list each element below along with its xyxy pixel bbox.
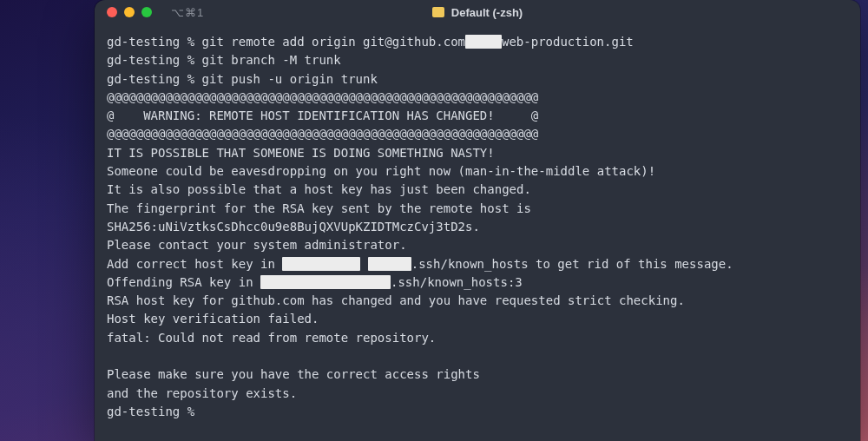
output-line: RSA host key for github.com has changed … [107,292,848,310]
desktop-background: ⌥⌘1 Default (-zsh) gd-testing % git remo… [0,0,868,441]
output-line: It is also possible that a host key has … [107,181,848,199]
tab-shortcut-indicator: ⌥⌘1 [171,6,204,19]
window-title: Default (-zsh) [95,0,860,24]
output-line: and the repository exists. [107,385,848,403]
text-segment: SHA256:uNiVztksCsDhcc0u9e8BujQXVUpKZIDTM… [107,220,480,234]
window-titlebar[interactable]: ⌥⌘1 Default (-zsh) [95,0,860,24]
blank-line [107,347,848,365]
command-line: gd-testing % git remote add origin git@g… [107,33,848,51]
text-segment: @@@@@@@@@@@@@@@@@@@@@@@@@@@@@@@@@@@@@@@@… [107,127,538,141]
output-line: Host key verification failed. [107,310,848,328]
command-line: gd-testing % git push -u origin trunk [107,70,848,89]
command-line: gd-testing % git branch -M trunk [107,51,848,69]
terminal-output[interactable]: gd-testing % git remote add origin git@g… [95,24,860,433]
output-line: @ WARNING: REMOTE HOST IDENTIFICATION HA… [107,107,848,125]
redacted-segment [282,257,360,271]
text-segment: Offending RSA key in [107,275,260,289]
text-segment: gd-testing % [107,405,202,418]
redacted-segment [260,275,391,289]
text-segment: Someone could be eavesdropping on you ri… [107,164,655,178]
output-line: Someone could be eavesdropping on you ri… [107,162,848,181]
text-segment: Please make sure you have the correct ac… [107,367,480,381]
output-line: Please make sure you have the correct ac… [107,365,848,384]
text-segment: fatal: Could not read from remote reposi… [107,331,436,345]
text-segment: .ssh/known_hosts:3 [391,275,523,289]
text-segment: It is also possible that a host key has … [107,182,531,196]
text-segment: gd-testing % git remote add origin git@g… [107,35,465,49]
terminal-window: ⌥⌘1 Default (-zsh) gd-testing % git remo… [95,0,860,441]
output-line: @@@@@@@@@@@@@@@@@@@@@@@@@@@@@@@@@@@@@@@@… [107,89,848,107]
text-segment: @ WARNING: REMOTE HOST IDENTIFICATION HA… [107,109,538,122]
folder-icon [432,7,444,17]
output-line: IT IS POSSIBLE THAT SOMEONE IS DOING SOM… [107,144,848,162]
text-segment [360,257,367,271]
text-segment: Host key verification failed. [107,312,319,326]
window-title-text: Default (-zsh) [451,6,523,19]
text-segment: and the repository exists. [107,386,297,400]
output-line: @@@@@@@@@@@@@@@@@@@@@@@@@@@@@@@@@@@@@@@@… [107,125,848,143]
close-button[interactable] [107,7,117,17]
text-segment: gd-testing % git branch -M trunk [107,53,341,67]
text-segment: Add correct host key in [107,257,282,271]
zoom-button[interactable] [141,7,152,17]
redacted-segment [368,257,411,271]
output-line: The fingerprint for the RSA key sent by … [107,200,848,218]
prompt-line: gd-testing % [107,403,848,421]
output-line: fatal: Could not read from remote reposi… [107,329,848,347]
minimize-button[interactable] [124,7,135,17]
text-segment: Please contact your system administrator… [107,238,407,252]
text-segment: web-production.git [502,35,634,49]
window-controls [95,7,152,17]
output-line: Please contact your system administrator… [107,236,848,254]
text-segment: RSA host key for github.com has changed … [107,293,685,307]
output-line: Offending RSA key in .ssh/known_hosts:3 [107,273,848,292]
output-line: SHA256:uNiVztksCsDhcc0u9e8BujQXVUpKZIDTM… [107,218,848,236]
text-segment: .ssh/known_hosts to get rid of this mess… [411,257,733,271]
redacted-segment [465,35,502,49]
text-segment: @@@@@@@@@@@@@@@@@@@@@@@@@@@@@@@@@@@@@@@@… [107,90,538,104]
output-line: Add correct host key in .ssh/known_hosts… [107,255,848,273]
text-segment: IT IS POSSIBLE THAT SOMEONE IS DOING SOM… [107,146,495,160]
text-segment: gd-testing % git push -u origin trunk [107,72,378,86]
text-segment: The fingerprint for the RSA key sent by … [107,201,531,215]
